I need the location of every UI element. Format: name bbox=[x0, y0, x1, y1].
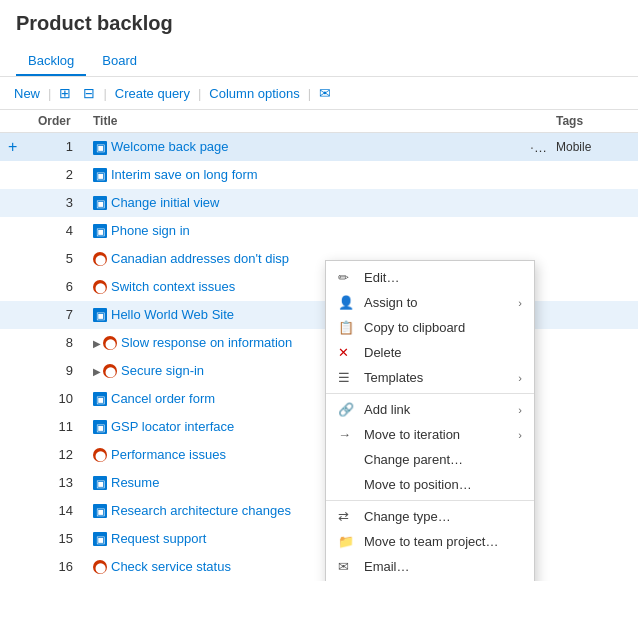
context-menu-item-delete[interactable]: ✕Delete bbox=[326, 340, 534, 365]
toolbar-sep-1: | bbox=[46, 86, 53, 101]
moveteam-icon: 📁 bbox=[338, 534, 356, 549]
row-title-link[interactable]: Slow response on information bbox=[121, 335, 292, 350]
bug-icon: ⬤ bbox=[93, 280, 107, 294]
table-row[interactable]: 8▶⬤Slow response on information bbox=[0, 329, 638, 357]
row-title-link[interactable]: Request support bbox=[111, 531, 206, 546]
context-menu-item-changeparent[interactable]: Change parent… bbox=[326, 447, 534, 472]
row-title-link[interactable]: Cancel order form bbox=[111, 391, 215, 406]
table-row[interactable]: 2▣Interim save on long form bbox=[0, 161, 638, 189]
row-add-col bbox=[0, 497, 30, 525]
row-title-link[interactable]: Canadian addresses don't disp bbox=[111, 251, 289, 266]
row-title[interactable]: ▣Welcome back page bbox=[85, 133, 518, 161]
row-add-col bbox=[0, 245, 30, 273]
row-title[interactable]: ▣Phone sign in bbox=[85, 217, 518, 245]
context-menu-item-assign[interactable]: 👤Assign to› bbox=[326, 290, 534, 315]
col-header-order: Order bbox=[30, 110, 85, 133]
row-title-link[interactable]: Switch context issues bbox=[111, 279, 235, 294]
row-title-link[interactable]: Research architecture changes bbox=[111, 503, 291, 518]
context-menu-separator bbox=[326, 500, 534, 501]
row-add-col bbox=[0, 385, 30, 413]
context-menu-item-email[interactable]: ✉Email… bbox=[326, 554, 534, 579]
row-add-col bbox=[0, 553, 30, 581]
row-dots-col: ··· bbox=[518, 133, 548, 161]
row-title-link[interactable]: Performance issues bbox=[111, 447, 226, 462]
submenu-arrow-icon: › bbox=[518, 429, 522, 441]
row-order: 10 bbox=[30, 385, 85, 413]
row-title-link[interactable]: Hello World Web Site bbox=[111, 307, 234, 322]
context-menu-item-edit[interactable]: ✏Edit… bbox=[326, 265, 534, 290]
tab-backlog[interactable]: Backlog bbox=[16, 47, 86, 76]
table-row[interactable]: 5⬤Canadian addresses don't disp bbox=[0, 245, 638, 273]
row-title-link[interactable]: Check service status bbox=[111, 559, 231, 574]
row-title-link[interactable]: Welcome back page bbox=[111, 139, 229, 154]
changeparent-label: Change parent… bbox=[364, 452, 522, 467]
new-button[interactable]: New bbox=[8, 84, 46, 103]
context-menu-separator bbox=[326, 393, 534, 394]
changetype-icon: ⇄ bbox=[338, 509, 356, 524]
context-menu-item-moveposition[interactable]: Move to position… bbox=[326, 472, 534, 497]
row-add-col bbox=[0, 189, 30, 217]
tab-bar: Backlog Board bbox=[0, 47, 638, 77]
submenu-arrow-icon: › bbox=[518, 404, 522, 416]
row-title-link[interactable]: Interim save on long form bbox=[111, 167, 258, 182]
table-row[interactable]: 10▣Cancel order form bbox=[0, 385, 638, 413]
tab-board[interactable]: Board bbox=[90, 47, 149, 76]
table-row[interactable]: 11▣GSP locator interface bbox=[0, 413, 638, 441]
table-row[interactable]: 3▣Change initial view bbox=[0, 189, 638, 217]
email-icon: ✉ bbox=[338, 559, 356, 574]
table-row[interactable]: 7▣Hello World Web Site bbox=[0, 301, 638, 329]
expand-arrow[interactable]: ▶ bbox=[93, 338, 101, 349]
row-title-link[interactable]: Change initial view bbox=[111, 195, 219, 210]
context-menu-item-templates[interactable]: ☰Templates› bbox=[326, 365, 534, 390]
table-row[interactable]: 16⬤Check service status bbox=[0, 553, 638, 581]
story-icon: ▣ bbox=[93, 392, 107, 406]
row-title-link[interactable]: Resume bbox=[111, 475, 159, 490]
context-menu-item-changetype[interactable]: ⇄Change type… bbox=[326, 504, 534, 529]
add-child-button[interactable]: ⊞ bbox=[53, 83, 77, 103]
table-row[interactable]: 15▣Request support bbox=[0, 525, 638, 553]
row-title[interactable]: ▣Change initial view bbox=[85, 189, 518, 217]
collapse-button[interactable]: ⊟ bbox=[77, 83, 101, 103]
row-tags bbox=[548, 245, 638, 273]
table-row[interactable]: 6⬤Switch context issues bbox=[0, 273, 638, 301]
row-context-menu-button[interactable]: ··· bbox=[526, 139, 546, 155]
row-title[interactable]: ▣Interim save on long form bbox=[85, 161, 518, 189]
row-order: 4 bbox=[30, 217, 85, 245]
story-icon: ▣ bbox=[93, 168, 107, 182]
toolbar-sep-4: | bbox=[306, 86, 313, 101]
row-dots-col bbox=[518, 189, 548, 217]
row-tags bbox=[548, 329, 638, 357]
expand-arrow[interactable]: ▶ bbox=[93, 366, 101, 377]
context-menu-item-addlink[interactable]: 🔗Add link› bbox=[326, 397, 534, 422]
table-row[interactable]: 4▣Phone sign in bbox=[0, 217, 638, 245]
row-title-link[interactable]: Phone sign in bbox=[111, 223, 190, 238]
iteration-label: Move to iteration bbox=[364, 427, 518, 442]
context-menu-item-iteration[interactable]: →Move to iteration› bbox=[326, 422, 534, 447]
addlink-label: Add link bbox=[364, 402, 518, 417]
table-row[interactable]: 9▶⬤Secure sign-in bbox=[0, 357, 638, 385]
backlog-table: Order Title Tags +1▣Welcome back page···… bbox=[0, 110, 638, 581]
email-button[interactable]: ✉ bbox=[313, 83, 337, 103]
edit-icon: ✏ bbox=[338, 270, 356, 285]
story-icon: ▣ bbox=[93, 504, 107, 518]
row-title-link[interactable]: Secure sign-in bbox=[121, 363, 204, 378]
context-menu-item-moveteam[interactable]: 📁Move to team project… bbox=[326, 529, 534, 554]
row-order: 13 bbox=[30, 469, 85, 497]
col-header-add bbox=[0, 110, 30, 133]
add-child-row-button[interactable]: + bbox=[8, 138, 17, 155]
create-query-button[interactable]: Create query bbox=[109, 84, 196, 103]
table-row[interactable]: 13▣Resume bbox=[0, 469, 638, 497]
delete-label: Delete bbox=[364, 345, 522, 360]
row-dots-col bbox=[518, 217, 548, 245]
table-row[interactable]: 12⬤Performance issues bbox=[0, 441, 638, 469]
row-tags bbox=[548, 357, 638, 385]
context-menu-item-copy[interactable]: 📋Copy to clipboard bbox=[326, 315, 534, 340]
story-icon: ▣ bbox=[93, 532, 107, 546]
col-header-title: Title bbox=[85, 110, 518, 133]
table-row[interactable]: +1▣Welcome back page···Mobile bbox=[0, 133, 638, 161]
column-options-button[interactable]: Column options bbox=[203, 84, 305, 103]
row-title-link[interactable]: GSP locator interface bbox=[111, 419, 234, 434]
row-tags bbox=[548, 273, 638, 301]
submenu-arrow-icon: › bbox=[518, 297, 522, 309]
table-row[interactable]: 14▣Research architecture changes bbox=[0, 497, 638, 525]
